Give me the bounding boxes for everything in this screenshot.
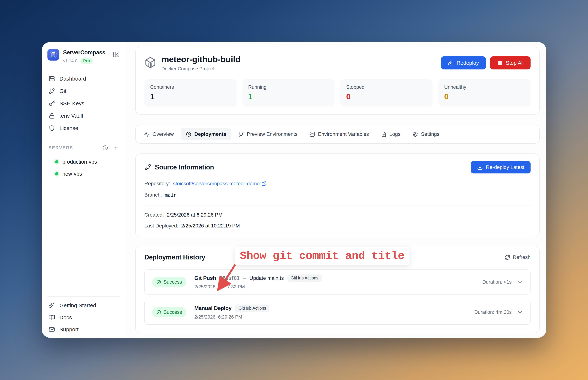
tab-logs[interactable]: Logs	[376, 128, 406, 140]
check-circle-icon	[156, 310, 161, 315]
tabs-bar: Overview Deployments Preview Environment…	[135, 125, 540, 144]
chevron-down-icon[interactable]	[517, 279, 523, 285]
repository-label: Repository:	[144, 181, 170, 187]
app-name: ServerCompass	[63, 49, 109, 56]
sidebar-item-label: SSH Keys	[59, 100, 84, 107]
sidebar-item-dashboard[interactable]: Dashboard	[47, 73, 120, 85]
pause-icon	[497, 60, 503, 66]
server-status-dot	[55, 172, 58, 175]
tab-settings[interactable]: Settings	[407, 128, 444, 140]
last-deployed-label: Last Deployed:	[144, 223, 178, 229]
created-label: Created:	[144, 212, 164, 218]
shield-icon	[49, 125, 55, 132]
package-icon	[144, 57, 156, 69]
info-icon[interactable]	[102, 145, 108, 151]
status-badge: Success	[152, 307, 186, 317]
divider	[144, 205, 531, 206]
brand: ServerCompass v1.14.0 Pro	[47, 49, 120, 64]
deployment-history-card: Deployment History Refresh Show git comm…	[135, 246, 540, 333]
tab-deployments[interactable]: Deployments	[181, 128, 231, 140]
page-title: meteor-github-build	[161, 54, 240, 64]
status-badge: Success	[152, 277, 186, 287]
sparkles-icon	[49, 302, 55, 309]
project-header-card: meteor-github-build Docker Compose Proje…	[135, 47, 540, 114]
deployment-duration: Duration: 4m 30s	[474, 309, 512, 315]
stat-containers: Containers 1	[144, 79, 237, 107]
tab-environment-variables[interactable]: Environment Variables	[304, 128, 374, 140]
desktop-background: { "app": { "name": "ServerCompass", "ver…	[0, 0, 588, 380]
deployment-history-title: Deployment History	[144, 253, 205, 261]
deployment-type: Git Push	[194, 275, 216, 281]
sidebar-item-label: Getting Started	[59, 302, 96, 308]
server-stack-icon	[49, 76, 55, 82]
sidebar-item-git[interactable]: Git	[47, 85, 120, 97]
git-branch-icon	[238, 132, 244, 137]
redeploy-latest-button[interactable]: Re-deploy Latest	[471, 161, 531, 173]
sidebar-item-ssh-keys[interactable]: SSH Keys	[47, 97, 120, 110]
refresh-icon	[505, 255, 510, 260]
sidebar-nav: Dashboard Git SSH Keys .env Vault Licens…	[47, 73, 120, 134]
sidebar-item-dark-mode[interactable]: Dark Mode	[47, 335, 120, 338]
last-deployed-value: 2/25/2026 at 10:22:19 PM	[181, 223, 240, 229]
app-logo-icon	[47, 49, 59, 60]
created-value: 2/25/2026 at 6:29:26 PM	[167, 212, 223, 218]
annotation-arrow	[214, 262, 241, 291]
key-icon	[49, 100, 55, 107]
tab-preview-environments[interactable]: Preview Environments	[233, 128, 303, 140]
separator: –	[243, 275, 246, 281]
repository-link[interactable]: stoicsoft/servercompass-meteor-demo	[173, 181, 266, 187]
tab-overview[interactable]: Overview	[139, 128, 179, 140]
file-text-icon	[381, 132, 387, 137]
sidebar-item-getting-started[interactable]: Getting Started	[47, 300, 120, 311]
server-status-dot	[55, 160, 58, 163]
annotation-note: Show git commit and title	[235, 247, 409, 265]
deployment-row-manual-deploy[interactable]: Success Manual Deploy GitHub Actions 2/2…	[144, 300, 531, 325]
add-server-icon[interactable]	[113, 145, 119, 151]
sidebar-item-support[interactable]: Support	[47, 323, 120, 335]
deployment-timestamp: 2/25/2026, 6:29:26 PM	[194, 314, 269, 320]
server-name: production-vps	[62, 159, 97, 165]
mail-icon	[49, 326, 55, 333]
check-circle-icon	[156, 280, 161, 285]
app-window: ServerCompass v1.14.0 Pro Dashboard Git	[42, 42, 546, 338]
git-branch-icon	[144, 163, 151, 171]
app-version: v1.14.0	[63, 58, 77, 63]
sidebar: ServerCompass v1.14.0 Pro Dashboard Git	[42, 42, 126, 338]
database-icon	[309, 132, 315, 137]
sidebar-item-license[interactable]: License	[47, 122, 120, 134]
servers-header: SERVERS	[47, 145, 120, 151]
clock-icon	[186, 132, 191, 137]
deployment-rows: Success Git Push 58eaf81 – Update main.t…	[144, 269, 531, 325]
stop-all-button[interactable]: Stop All	[490, 56, 531, 69]
stat-running: Running 1	[242, 79, 335, 107]
github-actions-badge: GitHub Actions	[235, 304, 269, 312]
stat-stopped: Stopped 0	[340, 79, 433, 107]
download-icon	[477, 164, 483, 170]
deployment-timestamp: 2/25/2026, 10:17:32 PM	[194, 284, 322, 290]
chevron-down-icon[interactable]	[517, 309, 523, 315]
branch-value: main	[165, 192, 177, 198]
deployment-duration: Duration: <1s	[482, 279, 512, 285]
redeploy-button[interactable]: Redeploy	[441, 56, 486, 69]
sidebar-item-label: Dashboard	[59, 76, 86, 82]
server-item-new-vps[interactable]: new-vps	[47, 168, 120, 180]
main-content: meteor-github-build Docker Compose Proje…	[126, 42, 546, 338]
git-branch-icon	[49, 88, 55, 94]
book-open-icon	[49, 314, 55, 321]
sidebar-collapse-icon[interactable]	[113, 51, 120, 59]
activity-icon	[144, 132, 150, 137]
refresh-button[interactable]: Refresh	[505, 254, 531, 260]
deployment-type: Manual Deploy	[194, 305, 232, 311]
sidebar-footer: Getting Started Docs Support Dark Mode	[47, 296, 120, 338]
branch-label: Branch:	[144, 192, 162, 198]
plan-badge: Pro	[80, 58, 93, 64]
container-stats: Containers 1 Running 1 Stopped 0 Unhealt…	[144, 79, 531, 107]
server-item-production-vps[interactable]: production-vps	[47, 156, 120, 168]
sidebar-item-env-vault[interactable]: .env Vault	[47, 110, 120, 122]
source-info-card: Source Information Re-deploy Latest Repo…	[135, 153, 540, 237]
gear-icon	[412, 132, 418, 137]
deployment-row-git-push[interactable]: Success Git Push 58eaf81 – Update main.t…	[144, 269, 531, 295]
sidebar-item-docs[interactable]: Docs	[47, 311, 120, 323]
lock-icon	[49, 113, 55, 119]
sidebar-item-label: Support	[59, 326, 78, 333]
